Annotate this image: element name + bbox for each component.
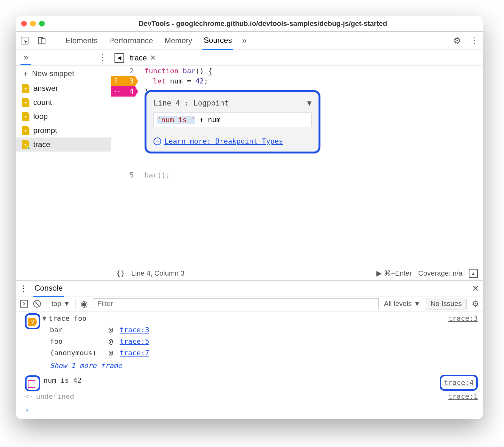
stack-link[interactable]: trace:5 [120,336,483,347]
snippet-file-icon [22,126,29,135]
snippet-file-icon [22,84,29,93]
console-prompt[interactable]: › [16,402,483,416]
collapse-panel-icon[interactable]: ▲ [469,269,478,278]
coverage-indicator: Coverage: n/a [418,269,462,278]
minimize-window-button[interactable] [30,21,36,27]
trace-message: trace foo [46,313,86,324]
main-area: » ⋮ ＋ New snippet answer count loop [16,50,483,280]
editor-pane: ◀ trace ✕ 2 3 4 5 function bar() { let n… [111,50,483,280]
tab-sources[interactable]: Sources [202,31,233,50]
titlebar: DevTools - googlechrome.github.io/devtoo… [16,16,483,31]
clear-console-icon[interactable] [33,300,41,308]
console-trace-entry: ? ▼ trace foo trace:3 [16,313,483,324]
code-editor[interactable]: 2 3 4 5 function bar() { let num = 42; }… [111,66,483,266]
close-tab-icon[interactable]: ✕ [150,54,156,62]
snippet-item-prompt[interactable]: prompt [16,123,111,137]
stack-fn: (anonymous) [50,347,107,359]
editor-tabs: ◀ trace ✕ [111,50,483,66]
drawer-tab-console[interactable]: Console [33,280,64,297]
log-levels-selector[interactable]: All levels ▼ [384,300,421,308]
svg-rect-2 [41,39,45,44]
line-number[interactable]: 5 [111,170,134,180]
snippet-item-trace[interactable]: trace [16,137,111,152]
dirty-indicator-icon [27,146,31,150]
stack-link[interactable]: trace:3 [120,324,483,336]
cursor-position: Line 4, Column 3 [131,269,185,278]
undefined-value: undefined [36,391,74,402]
snippet-label: answer [33,84,58,93]
snippet-label: prompt [33,126,57,135]
console-filter-input[interactable] [93,298,379,309]
drawer-kebab-icon[interactable]: ⋮ [20,284,28,293]
logpoint-expression-input[interactable]: 'num is ' + num [154,113,311,127]
sidebar-kebab-icon[interactable]: ⋮ [98,53,106,63]
navigator-toggle-icon[interactable]: ◀ [114,53,124,63]
toolbar-divider [55,35,55,47]
console-toolbar: top ▼ ◉ All levels ▼ No Issues ⚙ [16,296,483,311]
snippet-file-icon [22,112,29,121]
devtools-window: DevTools - googlechrome.github.io/devtoo… [16,16,483,419]
source-link[interactable]: trace:1 [448,391,478,402]
snippet-item-answer[interactable]: answer [16,81,111,95]
console-sidebar-toggle-icon[interactable] [20,300,28,308]
learn-more-text[interactable]: Learn more: Breakpoint Types [164,136,283,146]
settings-gear-icon[interactable]: ⚙ [453,35,461,46]
popup-type-select[interactable]: Logpoint [193,98,229,108]
stack-link[interactable]: trace:7 [120,347,483,359]
svg-rect-3 [20,300,28,307]
console-logpoint-entry: ·· num is 42 trace:4 [16,375,483,391]
toolbar-divider [444,35,444,47]
logpoint-marker-icon: ·· [25,375,40,391]
learn-more-link[interactable]: → Learn more: Breakpoint Types [154,136,311,146]
line-number[interactable]: 2 [111,66,134,76]
logpoint-line-4[interactable]: 4 [111,86,138,97]
context-selector[interactable]: top ▼ [51,300,70,308]
snippet-label: trace [33,140,50,149]
editor-tab-trace[interactable]: trace ✕ [130,53,156,62]
new-snippet-label: New snippet [32,69,74,78]
conditional-breakpoint-marker-icon: ? [25,313,40,329]
stack-fn: foo [50,336,107,347]
tab-memory[interactable]: Memory [163,32,193,50]
line-gutter[interactable]: 2 3 4 5 [111,66,138,266]
snippet-item-loop[interactable]: loop [16,109,111,123]
sidebar-overflow-tab[interactable]: » [20,51,31,65]
close-drawer-icon[interactable]: ✕ [472,284,479,294]
snippet-label: loop [33,112,48,121]
zoom-window-button[interactable] [39,21,45,27]
editor-tab-label: trace [130,53,147,62]
tab-performance[interactable]: Performance [108,32,154,50]
show-more-frames-link[interactable]: Show 1 more frame [16,360,483,372]
source-link[interactable]: trace:4 [440,375,478,391]
kebab-menu-icon[interactable]: ⋮ [470,36,478,46]
editor-statusbar: {} Line 4, Column 3 ▶ ⌘+Enter Coverage: … [111,266,483,280]
snippets-sidebar: » ⋮ ＋ New snippet answer count loop [16,50,111,280]
main-toolbar: Elements Performance Memory Sources » ⚙ … [16,31,483,50]
snippet-list: answer count loop prompt trace [16,81,111,280]
close-window-button[interactable] [21,21,27,27]
source-link[interactable]: trace:3 [448,313,478,324]
dropdown-arrow-icon[interactable]: ▼ [307,98,311,108]
drawer-tabs: ⋮ Console ✕ [16,281,483,296]
pretty-print-icon[interactable]: {} [116,269,125,277]
snippet-label: count [33,98,52,107]
console-output: ? ▼ trace foo trace:3 bar@trace:3 foo@tr… [16,311,483,419]
snippet-item-count[interactable]: count [16,95,111,109]
console-return-entry: <· undefined trace:1 [16,391,483,402]
console-settings-gear-icon[interactable]: ⚙ [472,299,479,309]
issues-button[interactable]: No Issues [426,298,467,310]
new-snippet-button[interactable]: ＋ New snippet [16,66,111,81]
snippet-file-icon [22,98,29,107]
plus-icon: ＋ [22,68,29,79]
sidebar-header: » ⋮ [16,50,111,66]
device-toolbar-icon[interactable] [38,36,46,45]
console-drawer: ⋮ Console ✕ top ▼ ◉ All levels ▼ No Issu… [16,280,483,419]
stack-trace: bar@trace:3 foo@trace:5 (anonymous)@trac… [16,324,483,359]
run-snippet-button[interactable]: ▶ ⌘+Enter [376,269,412,278]
return-value-icon: <· [25,391,36,402]
toolbar-overflow[interactable]: » [242,36,246,45]
select-element-icon[interactable] [20,36,29,45]
conditional-breakpoint-line-3[interactable]: 3 [111,76,138,86]
live-expression-icon[interactable]: ◉ [81,299,88,309]
tab-elements[interactable]: Elements [64,32,99,50]
